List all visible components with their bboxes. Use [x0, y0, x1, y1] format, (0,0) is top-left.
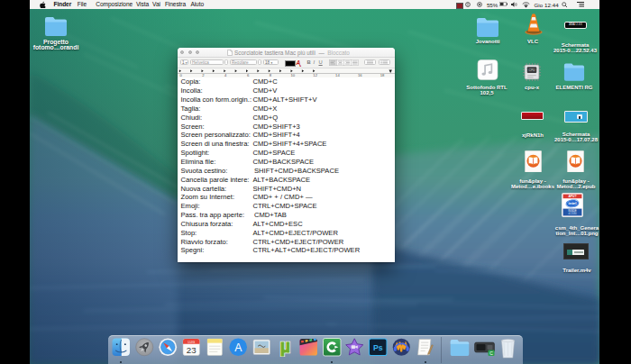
- svg-text:intel: intel: [568, 201, 576, 205]
- svg-text:23: 23: [187, 345, 197, 355]
- svg-text:i4 2030: i4 2030: [568, 212, 577, 215]
- svg-text:C: C: [489, 350, 493, 356]
- svg-text:µ: µ: [280, 338, 290, 356]
- svg-text:APU?: APU?: [568, 195, 576, 198]
- svg-text:CPU: CPU: [528, 68, 535, 72]
- svg-text:LUG: LUG: [187, 341, 195, 344]
- svg-text:Ps: Ps: [373, 344, 383, 353]
- svg-text:A: A: [234, 341, 242, 354]
